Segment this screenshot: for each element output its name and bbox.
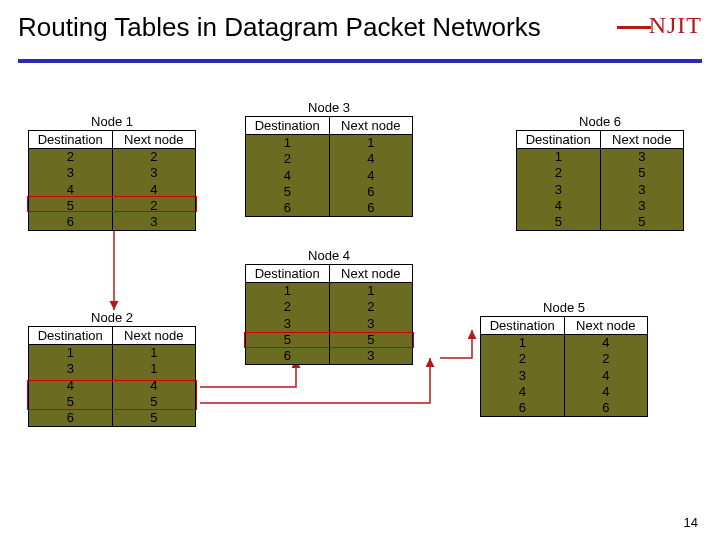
cell: 2 xyxy=(329,299,413,315)
cell: 3 xyxy=(29,361,113,377)
cell: 5 xyxy=(29,198,113,214)
col-next: Next node xyxy=(112,327,196,345)
cell: 4 xyxy=(29,378,113,394)
cell: 4 xyxy=(564,384,648,400)
table-caption: Node 2 xyxy=(28,310,196,326)
cell: 6 xyxy=(29,410,113,427)
col-next: Next node xyxy=(329,265,413,283)
cell: 3 xyxy=(600,149,684,166)
cell: 1 xyxy=(481,335,565,352)
cell: 2 xyxy=(29,149,113,166)
cell: 3 xyxy=(112,214,196,231)
cell: 1 xyxy=(329,283,413,300)
cell: 2 xyxy=(112,198,196,214)
cell: 5 xyxy=(600,214,684,231)
cell: 2 xyxy=(246,151,330,167)
cell: 3 xyxy=(112,165,196,181)
cell: 4 xyxy=(517,198,601,214)
cell: 1 xyxy=(29,345,113,362)
routing-table-node-5: Node 5 DestinationNext node 14 22 34 44 … xyxy=(480,300,648,417)
cell: 5 xyxy=(112,410,196,427)
cell: 3 xyxy=(600,182,684,198)
cell: 5 xyxy=(246,332,330,348)
routing-table-node-1: Node 1 DestinationNext node 22 33 44 52 … xyxy=(28,114,196,231)
routing-table-node-3: Node 3 DestinationNext node 11 24 44 56 … xyxy=(245,100,413,217)
cell: 6 xyxy=(329,200,413,217)
table-caption: Node 5 xyxy=(480,300,648,316)
cell: 2 xyxy=(481,351,565,367)
cell: 3 xyxy=(517,182,601,198)
cell: 2 xyxy=(564,351,648,367)
cell: 2 xyxy=(112,149,196,166)
cell: 4 xyxy=(29,182,113,198)
cell: 6 xyxy=(564,400,648,417)
routing-table-node-2: Node 2 DestinationNext node 11 31 44 55 … xyxy=(28,310,196,427)
cell: 4 xyxy=(329,168,413,184)
cell: 3 xyxy=(329,348,413,365)
cell: 6 xyxy=(29,214,113,231)
cell: 5 xyxy=(246,184,330,200)
cell: 1 xyxy=(517,149,601,166)
cell: 5 xyxy=(600,165,684,181)
cell: 6 xyxy=(329,184,413,200)
cell: 4 xyxy=(481,384,565,400)
cell: 6 xyxy=(246,348,330,365)
col-next: Next node xyxy=(112,131,196,149)
table-caption: Node 4 xyxy=(245,248,413,264)
cell: 3 xyxy=(246,316,330,332)
header-rule xyxy=(18,59,702,63)
page-number: 14 xyxy=(684,515,698,530)
cell: 4 xyxy=(246,168,330,184)
col-next: Next node xyxy=(329,117,413,135)
cell: 4 xyxy=(564,368,648,384)
cell: 1 xyxy=(329,135,413,152)
cell: 5 xyxy=(29,394,113,410)
diagram-canvas: Node 1 DestinationNext node 22 33 44 52 … xyxy=(0,100,720,520)
cell: 1 xyxy=(112,361,196,377)
cell: 6 xyxy=(246,200,330,217)
col-next: Next node xyxy=(564,317,648,335)
cell: 1 xyxy=(246,283,330,300)
col-dest: Destination xyxy=(517,131,601,149)
cell: 3 xyxy=(29,165,113,181)
logo-text: NJIT xyxy=(649,12,702,38)
col-dest: Destination xyxy=(29,327,113,345)
cell: 3 xyxy=(329,316,413,332)
routing-table-node-6: Node 6 DestinationNext node 13 25 33 43 … xyxy=(516,114,684,231)
table-caption: Node 6 xyxy=(516,114,684,130)
col-dest: Destination xyxy=(481,317,565,335)
cell: 3 xyxy=(600,198,684,214)
routing-table-node-4: Node 4 DestinationNext node 11 22 33 55 … xyxy=(245,248,413,365)
cell: 4 xyxy=(112,378,196,394)
col-dest: Destination xyxy=(246,117,330,135)
page-title: Routing Tables in Datagram Packet Networ… xyxy=(18,12,578,43)
cell: 6 xyxy=(481,400,565,417)
col-dest: Destination xyxy=(29,131,113,149)
cell: 4 xyxy=(329,151,413,167)
col-next: Next node xyxy=(600,131,684,149)
cell: 5 xyxy=(517,214,601,231)
cell: 2 xyxy=(246,299,330,315)
cell: 1 xyxy=(112,345,196,362)
table-caption: Node 3 xyxy=(245,100,413,116)
cell: 4 xyxy=(564,335,648,352)
col-dest: Destination xyxy=(246,265,330,283)
logo-bar xyxy=(617,26,651,29)
njit-logo: NJIT xyxy=(617,12,702,39)
cell: 3 xyxy=(481,368,565,384)
cell: 5 xyxy=(112,394,196,410)
table-caption: Node 1 xyxy=(28,114,196,130)
header: Routing Tables in Datagram Packet Networ… xyxy=(0,0,720,51)
cell: 4 xyxy=(112,182,196,198)
cell: 1 xyxy=(246,135,330,152)
cell: 2 xyxy=(517,165,601,181)
cell: 5 xyxy=(329,332,413,348)
